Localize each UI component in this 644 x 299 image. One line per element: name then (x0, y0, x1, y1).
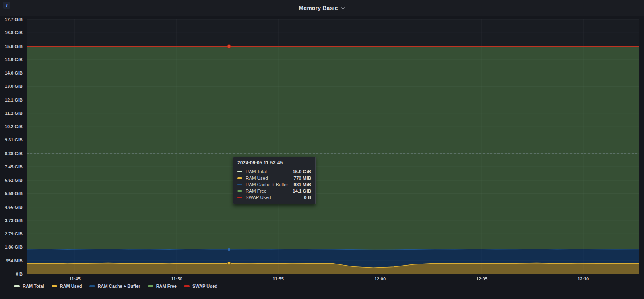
tooltip-series-value: 770 MiB (288, 176, 311, 181)
y-axis-tick-label: 17.7 GiB (0, 17, 23, 22)
tooltip-series-swatch (237, 184, 242, 185)
y-axis-tick-label: 16.8 GiB (0, 30, 23, 35)
chart-plot-area[interactable] (0, 0, 644, 299)
y-axis-tick-label: 13.0 GiB (0, 84, 23, 89)
y-axis-tick-label: 0 B (0, 272, 23, 276)
tooltip-row: RAM Used770 MiB (237, 175, 311, 181)
tooltip-series-swatch (237, 190, 242, 192)
legend-item-ram-used[interactable]: RAM Used (52, 284, 82, 289)
tooltip-row: RAM Total15.9 GiB (237, 168, 311, 175)
x-axis-tick-label: 11:55 (266, 276, 290, 281)
x-axis-tick-label: 11:45 (63, 276, 87, 281)
panel-info-icon[interactable]: i (3, 2, 10, 9)
legend-series-swatch (89, 285, 95, 287)
y-axis-tick-label: 14.0 GiB (0, 71, 23, 75)
memory-basic-panel: i Memory Basic 17.7 GiB16.8 GiB15.8 GiB1… (0, 0, 644, 299)
chart-tooltip: 2024-06-05 11:52:45 RAM Total15.9 GiBRAM… (233, 157, 316, 204)
legend-series-swatch (52, 285, 57, 287)
legend-item-ram-total[interactable]: RAM Total (14, 284, 44, 289)
legend-item-ram-free[interactable]: RAM Free (148, 284, 177, 289)
tooltip-series-label: RAM Cache + Buffer (246, 182, 288, 187)
tooltip-series-label: SWAP Used (246, 195, 271, 200)
legend-series-label: RAM Cache + Buffer (98, 284, 140, 289)
x-axis-tick-label: 12:05 (470, 276, 494, 281)
tooltip-series-label: RAM Free (246, 189, 266, 193)
info-icon-glyph: i (6, 3, 7, 8)
y-axis-tick-label: 3.73 GiB (0, 218, 23, 223)
y-axis-tick-label: 9.31 GiB (0, 137, 23, 142)
y-axis-tick-label: 15.8 GiB (0, 44, 23, 49)
tooltip-series-value: 981 MiB (288, 182, 311, 187)
x-axis-tick-label: 12:10 (571, 276, 595, 281)
legend-item-swap-used[interactable]: SWAP Used (184, 284, 217, 289)
y-axis-tick-label: 12.1 GiB (0, 98, 23, 102)
y-axis-tick-label: 7.45 GiB (0, 164, 23, 169)
y-axis-tick-label: 6.52 GiB (0, 178, 23, 183)
x-axis-tick-label: 12:00 (368, 276, 392, 281)
y-axis-tick-label: 954 MiB (0, 258, 23, 263)
tooltip-row: RAM Cache + Buffer981 MiB (237, 181, 311, 188)
legend-series-label: RAM Free (156, 284, 177, 289)
legend-series-swatch (14, 285, 20, 287)
y-axis-tick-label: 5.59 GiB (0, 191, 23, 196)
y-axis-tick-label: 14.9 GiB (0, 57, 23, 62)
tooltip-timestamp: 2024-06-05 11:52:45 (237, 160, 311, 166)
y-axis-tick-label: 8.38 GiB (0, 151, 23, 156)
tooltip-series-swatch (237, 197, 242, 198)
legend-series-label: RAM Used (60, 284, 82, 289)
tooltip-series-swatch (237, 177, 242, 179)
legend-series-swatch (148, 285, 153, 287)
y-axis-tick-label: 10.2 GiB (0, 124, 23, 129)
legend: RAM TotalRAM UsedRAM Cache + BufferRAM F… (14, 284, 217, 289)
y-axis-tick-label: 1.86 GiB (0, 245, 23, 249)
legend-series-label: RAM Total (23, 284, 44, 289)
x-axis-tick-label: 11:50 (165, 276, 189, 281)
tooltip-series-label: RAM Used (246, 176, 268, 181)
tooltip-series-value: 14.1 GiB (287, 189, 311, 193)
tooltip-series-label: RAM Total (246, 169, 267, 174)
tooltip-rows: RAM Total15.9 GiBRAM Used770 MiBRAM Cach… (237, 168, 311, 201)
tooltip-series-value: 15.9 GiB (287, 169, 311, 174)
tooltip-row: RAM Free14.1 GiB (237, 188, 311, 194)
legend-series-swatch (184, 285, 190, 287)
tooltip-series-swatch (237, 171, 242, 172)
y-axis-tick-label: 11.2 GiB (0, 111, 23, 116)
y-axis-tick-label: 4.66 GiB (0, 205, 23, 210)
legend-series-label: SWAP Used (192, 284, 217, 289)
y-axis-tick-label: 2.79 GiB (0, 231, 23, 236)
legend-item-ram-cache-buffer[interactable]: RAM Cache + Buffer (89, 284, 140, 289)
tooltip-series-value: 0 B (298, 195, 311, 200)
tooltip-row: SWAP Used0 B (237, 194, 311, 201)
